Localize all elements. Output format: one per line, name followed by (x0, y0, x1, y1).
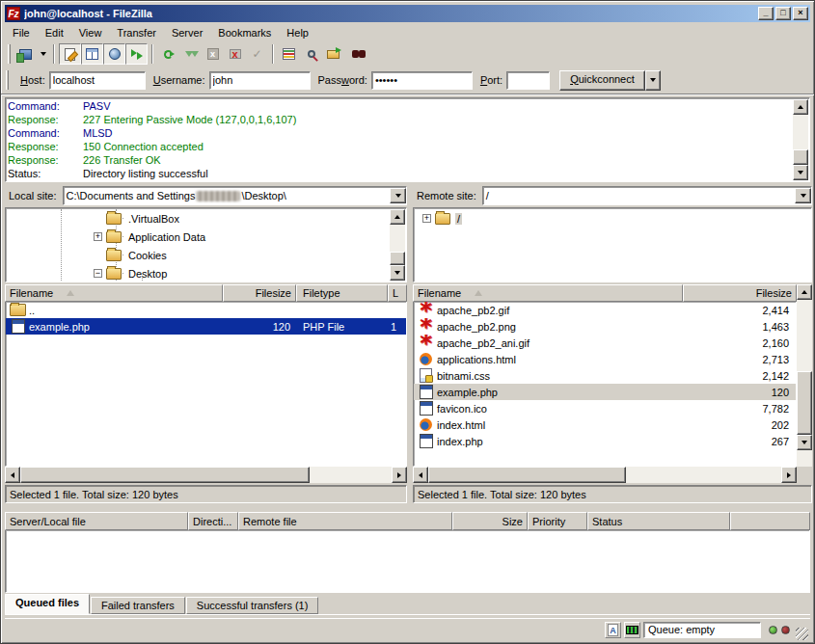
scroll-track[interactable] (310, 467, 392, 483)
tree-item-virtualbox[interactable]: .VirtualBox (7, 209, 405, 228)
minimize-button[interactable]: _ (758, 7, 774, 20)
column-header-filetype[interactable]: Filetype (296, 284, 388, 302)
title-bar[interactable]: Fz john@localhost - FileZilla _ □ × (5, 5, 810, 22)
scroll-thumb[interactable] (390, 252, 405, 265)
tree-item-application-data[interactable]: + Application Data (7, 228, 405, 246)
scroll-left-button[interactable] (5, 467, 20, 483)
tree-expander-plus[interactable]: + (94, 232, 102, 241)
remote-site-dropdown-button[interactable] (795, 188, 811, 203)
scroll-thumb[interactable] (793, 149, 808, 165)
toggle-remote-tree-button[interactable] (103, 43, 125, 65)
tree-item-root[interactable]: + / (415, 209, 810, 228)
remote-file-row[interactable]: index.php 267 (414, 433, 796, 449)
toggle-local-tree-button[interactable] (81, 43, 103, 65)
remote-horizontal-scrollbar[interactable] (413, 467, 797, 483)
close-button[interactable]: × (793, 7, 808, 20)
tab-queued-files[interactable]: Queued files (5, 594, 90, 614)
process-queue-button[interactable] (179, 43, 202, 65)
scroll-right-button[interactable] (781, 467, 797, 483)
scroll-up-button[interactable] (793, 99, 808, 115)
scroll-thumb[interactable] (797, 371, 812, 435)
remote-file-row[interactable]: apache_pb2.png 1,463 (414, 318, 796, 335)
toggle-transfer-queue-button[interactable] (125, 43, 148, 65)
quickconnect-dropdown-button[interactable] (645, 70, 661, 91)
reconnect-button[interactable]: ✓ (246, 43, 268, 65)
scroll-up-button[interactable] (797, 284, 812, 300)
scroll-thumb[interactable] (428, 467, 626, 483)
local-horizontal-scrollbar[interactable] (5, 467, 407, 483)
scroll-track[interactable] (626, 467, 781, 483)
site-manager-dropdown-button[interactable] (37, 43, 49, 65)
log-vertical-scrollbar[interactable] (793, 99, 808, 180)
tab-successful-transfers[interactable]: Successful transfers (1) (186, 597, 319, 614)
tree-expander-plus[interactable]: + (422, 214, 431, 223)
remote-file-row[interactable]: bitnami.css 2,142 (414, 367, 796, 384)
column-header-filename[interactable]: Filename (413, 284, 683, 302)
remote-file-row-selected[interactable]: example.php 120 (414, 384, 796, 400)
quickconnect-button[interactable]: Quickconnect (559, 70, 645, 91)
column-header-filesize[interactable]: Filesize (683, 284, 797, 302)
site-manager-button[interactable] (14, 43, 37, 65)
remote-site-combo[interactable]: / (482, 186, 812, 205)
directory-comparison-button[interactable] (300, 43, 322, 65)
remote-file-row[interactable]: index.html 202 (414, 416, 796, 433)
local-file-row-example-php[interactable]: example.php 120 PHP File 1 (6, 318, 406, 335)
tree-expander-minus[interactable]: − (94, 269, 102, 278)
remote-file-row[interactable]: applications.html 2,713 (414, 351, 796, 367)
column-header-last-modified[interactable]: L (388, 284, 407, 302)
column-header-remote-file[interactable]: Remote file (238, 512, 452, 530)
column-header-filesize[interactable]: Filesize (223, 284, 296, 302)
resize-grip[interactable] (796, 628, 808, 640)
column-header-priority[interactable]: Priority (528, 512, 587, 530)
menu-file[interactable]: File (5, 24, 38, 41)
find-files-button[interactable] (344, 43, 367, 65)
local-file-row-up[interactable]: .. (6, 302, 406, 318)
remote-file-row[interactable]: favicon.ico 7,782 (414, 400, 796, 416)
column-header-size[interactable]: Size (452, 512, 528, 530)
toggle-message-log-button[interactable] (59, 43, 81, 65)
host-input[interactable] (49, 71, 146, 90)
scroll-down-button[interactable] (793, 165, 808, 180)
cancel-transfer-button[interactable]: x (202, 43, 224, 65)
scroll-right-button[interactable] (392, 467, 407, 483)
scroll-left-button[interactable] (413, 467, 428, 483)
menu-help[interactable]: Help (279, 24, 316, 41)
quickbar-grip[interactable] (6, 70, 9, 90)
column-header-status[interactable]: Status (587, 512, 730, 530)
scroll-thumb[interactable] (20, 467, 310, 483)
remote-list-vertical-scrollbar[interactable] (797, 284, 812, 467)
refresh-button[interactable] (157, 43, 179, 65)
local-site-combo[interactable]: C:\Documents and Settings\Desktop\ (63, 186, 407, 205)
column-header-direction[interactable]: Directi... (188, 512, 238, 530)
scroll-track[interactable] (797, 300, 812, 371)
scroll-down-button[interactable] (390, 265, 405, 281)
scroll-track[interactable] (793, 115, 808, 149)
toolbar-grip[interactable] (8, 44, 11, 64)
local-tree-vertical-scrollbar[interactable] (390, 209, 405, 281)
disconnect-button[interactable]: x (224, 43, 246, 65)
menu-bookmarks[interactable]: Bookmarks (210, 24, 279, 41)
scroll-up-button[interactable] (390, 209, 405, 225)
local-site-dropdown-button[interactable] (390, 188, 406, 203)
filter-button[interactable] (278, 43, 300, 65)
tree-item-desktop[interactable]: − Desktop (7, 264, 405, 281)
menu-transfer[interactable]: Transfer (109, 24, 164, 41)
menu-server[interactable]: Server (164, 24, 210, 41)
tab-failed-transfers[interactable]: Failed transfers (91, 597, 185, 614)
column-header-filename[interactable]: Filename (5, 284, 223, 302)
synchronized-browsing-button[interactable] (322, 43, 344, 65)
menu-view[interactable]: View (71, 24, 110, 41)
column-header-server-local-file[interactable]: Server/Local file (5, 512, 188, 530)
scroll-down-button[interactable] (797, 435, 812, 450)
remote-file-row[interactable]: apache_pb2.gif 2,414 (414, 302, 796, 318)
menu-edit[interactable]: Edit (38, 24, 71, 41)
port-input[interactable] (506, 71, 550, 90)
username-input[interactable] (209, 71, 311, 90)
queue-list[interactable] (5, 530, 810, 593)
password-input[interactable] (371, 71, 473, 90)
tree-item-cookies[interactable]: Cookies (7, 246, 405, 264)
remote-file-row[interactable]: apache_pb2_ani.gif 2,160 (414, 335, 796, 351)
ascii-data-type-icon[interactable]: A (605, 622, 621, 638)
speedlimit-icon[interactable] (624, 622, 640, 638)
scroll-track[interactable] (390, 225, 405, 252)
